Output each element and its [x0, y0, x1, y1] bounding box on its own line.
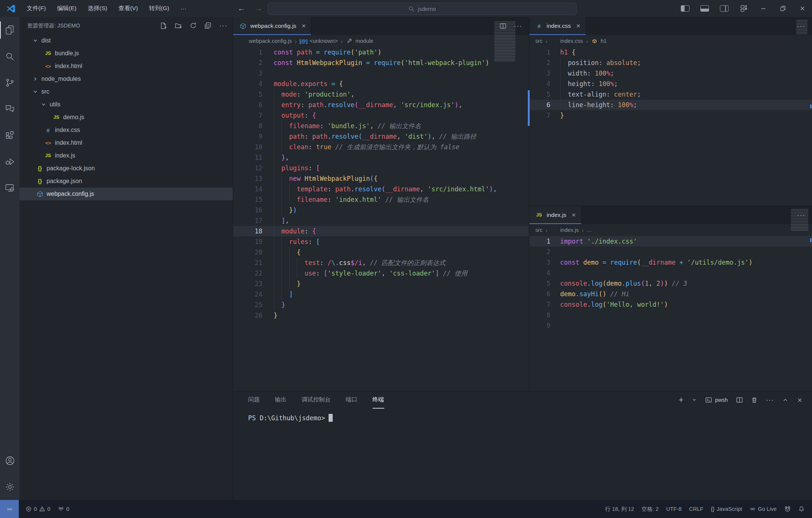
close-tab-icon[interactable]: ×: [572, 211, 576, 219]
pwsh-terminal-icon: [705, 397, 712, 403]
breadcrumb-item-src[interactable]: src: [535, 38, 542, 44]
indentation-status[interactable]: 空格: 2: [638, 500, 662, 518]
minimap[interactable]: [791, 209, 808, 231]
chevron-down-small-icon[interactable]: [692, 397, 697, 403]
breadcrumb-item-index.js[interactable]: index.js: [550, 227, 579, 233]
new-folder-button[interactable]: [175, 22, 182, 29]
toggle-secondary-sidebar-button[interactable]: [714, 0, 734, 17]
code-editor-webpack-config[interactable]: 1const path = require('path')2const Html…: [233, 47, 529, 391]
tree-item-index.html[interactable]: <>index.html: [20, 60, 233, 73]
menu-item-1[interactable]: 编辑(E): [52, 0, 82, 17]
tree-item-webpack.config.js[interactable]: webpack.config.js: [20, 188, 233, 200]
panel-tab-端口[interactable]: 端口: [346, 391, 358, 409]
remote-indicator[interactable]: ><: [0, 500, 19, 518]
trash-icon[interactable]: [751, 397, 757, 403]
breadcrumb-item-…[interactable]: …: [587, 227, 592, 233]
restore-button[interactable]: [773, 0, 792, 17]
breadcrumb-item-<unknown>[interactable]: [@]<unknown>: [300, 38, 338, 44]
activitybar-extensions[interactable]: [0, 122, 20, 148]
customize-layout-button[interactable]: [734, 0, 753, 17]
refresh-button[interactable]: [190, 22, 197, 29]
activitybar-explorer[interactable]: [0, 17, 20, 43]
tree-item-index.css[interactable]: #index.css: [20, 124, 233, 136]
ports-status[interactable]: 0: [54, 500, 73, 518]
activitybar-account[interactable]: [0, 447, 20, 474]
more-icon[interactable]: ···: [766, 396, 774, 404]
command-center-search[interactable]: jsdemo: [268, 3, 577, 15]
breadcrumb-item-module[interactable]: module: [345, 38, 373, 44]
tree-item-index.html[interactable]: <>index.html: [20, 136, 233, 149]
breadcrumb-item-src[interactable]: src: [535, 227, 542, 233]
minimap[interactable]: [796, 20, 807, 35]
forward-arrow-icon[interactable]: →: [255, 4, 262, 13]
menu-item-3[interactable]: 查看(V): [113, 0, 144, 17]
tree-item-bundle.js[interactable]: JSbundle.js: [20, 47, 233, 60]
activitybar-remote-explorer[interactable]: [0, 175, 20, 201]
code-text: line-height: 100%;: [560, 100, 812, 110]
tab-webpack.config.js[interactable]: webpack.config.js×: [233, 17, 311, 35]
notifications-status[interactable]: [795, 500, 808, 518]
close-tab-icon[interactable]: ×: [576, 22, 580, 30]
problems-status[interactable]: 0 0: [22, 500, 54, 518]
split-editor-icon[interactable]: [736, 397, 743, 403]
activitybar-chat[interactable]: [0, 96, 20, 122]
terminal[interactable]: PS D:\Github\jsdemo>: [233, 409, 812, 422]
tree-item-utils[interactable]: utils: [20, 98, 233, 111]
tree-item-src[interactable]: src: [20, 85, 233, 98]
code-editor-index-css[interactable]: 1h1 {2 position: absolute;3 width: 100%;…: [529, 47, 812, 206]
code-line-9: 9: [529, 320, 812, 331]
code-line-11: 11 },: [233, 152, 529, 163]
panel-tab-问题[interactable]: 问题: [248, 391, 260, 409]
add-icon[interactable]: +: [679, 395, 683, 405]
minimize-button[interactable]: [753, 0, 773, 17]
go-live-status[interactable]: Go Live: [746, 500, 780, 518]
language-status[interactable]: {}JavaScript: [707, 500, 746, 518]
code-line-4: 4 height: 100%;: [529, 79, 812, 89]
new-file-button[interactable]: [160, 22, 167, 29]
tabbar-css: #index.css× ···: [529, 17, 812, 35]
activitybar-settings[interactable]: [0, 474, 20, 500]
extension-status[interactable]: [780, 500, 795, 518]
menu-item-2[interactable]: 选择(S): [82, 0, 113, 17]
chevron-up-icon[interactable]: [782, 397, 788, 403]
editor-sash-indicator[interactable]: [528, 90, 530, 126]
panel-tab-调试控制台[interactable]: 调试控制台: [301, 391, 331, 409]
panel-tab-输出[interactable]: 输出: [275, 391, 286, 409]
tree-item-index.js[interactable]: JSindex.js: [20, 149, 233, 162]
tree-item-package.json[interactable]: {}package.json: [20, 175, 233, 188]
menu-item-4[interactable]: 转到(G): [144, 0, 175, 17]
menu-item-5[interactable]: ···: [175, 0, 192, 17]
minimap[interactable]: [494, 21, 515, 61]
cursor-position-status[interactable]: 行 18, 列 12: [601, 500, 638, 518]
tree-item-dist[interactable]: dist: [20, 34, 233, 47]
breadcrumb-item-webpack.config.js[interactable]: webpack.config.js: [239, 38, 292, 44]
terminal-prompt: PS D:\Github\jsdemo>: [248, 414, 325, 422]
close-button[interactable]: [792, 0, 812, 17]
tree-item-node_modules[interactable]: node_modules: [20, 73, 233, 85]
code-line-16: 16 }): [233, 205, 529, 215]
menu-item-0[interactable]: 文件(F): [21, 0, 52, 17]
close-panel-icon[interactable]: [797, 397, 803, 403]
terminal-instance-pwsh[interactable]: pwsh: [705, 397, 728, 403]
activitybar-search[interactable]: [0, 43, 20, 70]
eol-status[interactable]: CRLF: [685, 500, 707, 518]
tree-item-package-lock.json[interactable]: {}package-lock.json: [20, 162, 233, 175]
toggle-panel-button[interactable]: [695, 0, 714, 17]
panel-tab-终端[interactable]: 终端: [373, 391, 384, 409]
breadcrumb-item-index.css[interactable]: index.css: [550, 38, 583, 44]
encoding-status[interactable]: UTF-8: [662, 500, 685, 518]
toggle-sidebar-button[interactable]: [675, 0, 695, 17]
code-editor-index-js[interactable]: 1import './index.css'23const demo = requ…: [529, 236, 812, 391]
tab-index.js[interactable]: JSindex.js×: [529, 206, 582, 224]
activitybar-source-control[interactable]: [0, 70, 20, 96]
more-button[interactable]: ···: [219, 21, 227, 30]
tree-item-demo.js[interactable]: JSdemo.js: [20, 111, 233, 124]
code-text: plugins: [: [274, 163, 529, 173]
collapse-all-button[interactable]: [205, 22, 211, 29]
tab-index.css[interactable]: #index.css×: [529, 17, 586, 35]
close-tab-icon[interactable]: ×: [301, 22, 306, 30]
breadcrumb-item-h1[interactable]: h1: [591, 38, 607, 44]
chevron-icon: [41, 101, 47, 108]
activitybar-run-debug[interactable]: [0, 148, 20, 175]
back-arrow-icon[interactable]: ←: [238, 4, 245, 13]
